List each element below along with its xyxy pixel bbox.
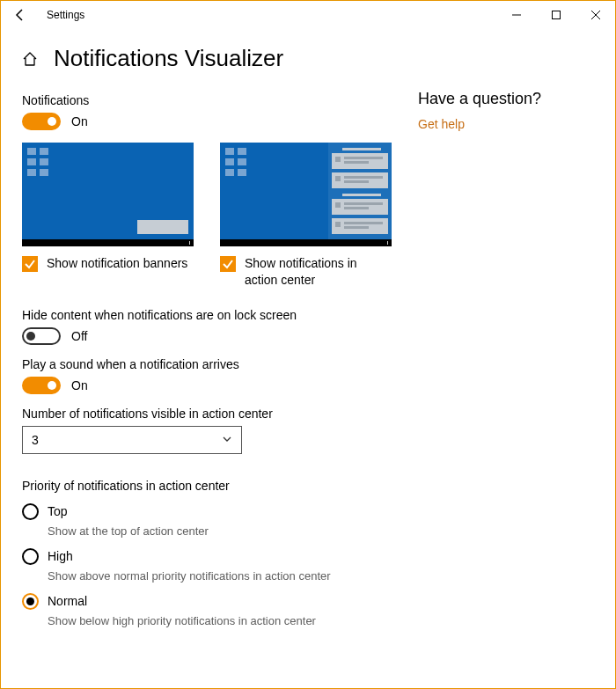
sound-toggle[interactable] xyxy=(22,377,61,394)
show-action-center-checkbox[interactable] xyxy=(220,256,236,272)
window-title: Settings xyxy=(34,9,84,21)
svg-rect-1 xyxy=(552,11,560,19)
radio-icon xyxy=(22,548,39,565)
preview-action-center xyxy=(220,143,392,246)
priority-normal-name: Normal xyxy=(48,594,87,608)
home-icon[interactable] xyxy=(22,51,38,67)
priority-option-top[interactable]: Top Show at the top of action center xyxy=(22,503,392,538)
radio-icon xyxy=(22,593,39,610)
notifications-toggle[interactable] xyxy=(22,113,61,130)
notifications-toggle-state: On xyxy=(71,114,88,128)
page-title: Notifications Visualizer xyxy=(54,45,283,72)
lock-screen-toggle[interactable] xyxy=(22,327,61,345)
titlebar: Settings xyxy=(1,1,615,29)
show-banners-label: Show notification banners xyxy=(47,255,187,272)
radio-icon xyxy=(22,503,39,520)
number-visible-value: 3 xyxy=(32,433,39,447)
priority-option-high[interactable]: High Show above normal priority notifica… xyxy=(22,548,392,583)
sound-toggle-state: On xyxy=(71,378,88,392)
show-banners-checkbox[interactable] xyxy=(22,256,38,272)
priority-label: Priority of notifications in action cent… xyxy=(22,479,392,493)
show-action-center-label: Show notifications in action center xyxy=(245,255,392,289)
priority-high-name: High xyxy=(48,549,73,563)
priority-high-desc: Show above normal priority notifications… xyxy=(48,569,392,583)
lock-screen-label: Hide content when notifications are on l… xyxy=(22,308,392,322)
close-button[interactable] xyxy=(576,1,615,29)
priority-top-desc: Show at the top of action center xyxy=(48,524,392,538)
priority-option-normal[interactable]: Normal Show below high priority notifica… xyxy=(22,593,392,627)
number-visible-label: Number of notifications visible in actio… xyxy=(22,407,392,421)
lock-screen-toggle-state: Off xyxy=(71,329,87,343)
sound-label: Play a sound when a notification arrives xyxy=(22,357,392,371)
page-header: Notifications Visualizer xyxy=(1,29,615,84)
number-visible-select[interactable]: 3 xyxy=(22,426,242,454)
help-heading: Have a question? xyxy=(418,90,594,108)
priority-normal-desc: Show below high priority notifications i… xyxy=(48,614,392,627)
maximize-button[interactable] xyxy=(536,1,576,29)
priority-top-name: Top xyxy=(48,504,68,518)
get-help-link[interactable]: Get help xyxy=(418,117,594,131)
back-button[interactable] xyxy=(6,1,34,29)
chevron-down-icon xyxy=(222,433,232,447)
notifications-label: Notifications xyxy=(22,93,392,107)
minimize-button[interactable] xyxy=(496,1,536,29)
preview-banners xyxy=(22,143,194,246)
